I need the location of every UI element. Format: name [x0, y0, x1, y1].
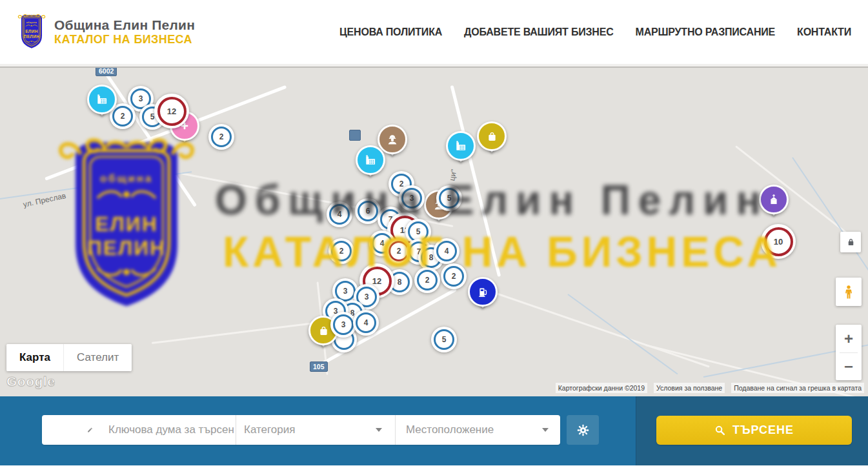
- cluster-count: 5: [442, 335, 447, 344]
- cluster-count: 5: [416, 227, 421, 236]
- cluster-count: 3: [139, 94, 143, 103]
- location-select[interactable]: Местоположение: [396, 415, 560, 445]
- church-icon: [759, 185, 789, 214]
- pegman-icon: [842, 284, 856, 300]
- cluster-ring: 2: [443, 266, 464, 287]
- cluster-count: 10: [774, 237, 783, 247]
- cluster-count: 6: [366, 207, 370, 216]
- factory-icon: [356, 145, 385, 175]
- cluster-count: 12: [167, 107, 176, 116]
- site-header: Община Елин Пелин КАТАЛОГ НА БИЗНЕСА ЦЕН…: [0, 0, 868, 66]
- cluster-ring: 3: [401, 188, 422, 209]
- map-cluster-marker[interactable]: 12: [154, 94, 189, 128]
- cluster-count: 2: [399, 179, 404, 188]
- cluster-ring: 2: [331, 241, 352, 261]
- cluster-count: 4: [338, 210, 342, 219]
- cluster-count: 5: [447, 194, 452, 203]
- location-select-value: Местоположение: [406, 423, 494, 436]
- cluster-count: 2: [339, 247, 344, 256]
- map-cluster-marker[interactable]: 3: [330, 312, 356, 338]
- cluster-ring: 5: [434, 329, 454, 350]
- attribution-copyright: Картографски данни ©2019: [556, 383, 647, 393]
- factory-icon: [87, 85, 117, 114]
- worker-icon: [378, 125, 407, 154]
- nav-item-contacts[interactable]: КОНТАКТИ: [797, 26, 851, 38]
- chevron-down-icon: [376, 428, 382, 432]
- cluster-ring: 5: [439, 188, 459, 209]
- cluster-count: 3: [343, 287, 348, 296]
- category-select-value: Категория: [244, 423, 295, 436]
- pencil-icon: [87, 423, 93, 436]
- site-logo[interactable]: Община Елин Пелин КАТАЛОГ НА БИЗНЕСА: [17, 14, 195, 51]
- cluster-count: 3: [365, 292, 369, 301]
- map-cluster-marker[interactable]: 6: [355, 198, 381, 224]
- map-cluster-marker[interactable]: 2: [208, 124, 234, 150]
- map-cluster-marker[interactable]: 4: [353, 310, 379, 336]
- cluster-ring: 3: [333, 314, 354, 335]
- cluster-count: 2: [425, 276, 430, 285]
- google-logo[interactable]: Google: [6, 374, 55, 389]
- advanced-search-settings-button[interactable]: [567, 415, 599, 445]
- search-button[interactable]: ТЪРСЕНЕ: [656, 416, 852, 445]
- map-cluster-marker[interactable]: 3: [399, 185, 425, 211]
- cluster-count: 2: [397, 247, 401, 256]
- gear-icon: [576, 423, 590, 437]
- nav-item-add-business[interactable]: ДОБАВЕТЕ ВАШИЯТ БИЗНЕС: [464, 26, 613, 38]
- site-subtitle: КАТАЛОГ НА БИЗНЕСА: [54, 33, 195, 46]
- fuel-icon: [468, 277, 498, 307]
- map-cluster-marker[interactable]: 5: [436, 185, 462, 211]
- google-map[interactable]: 6002 105 ул. Преслав бул. „Новосел ци" 3…: [0, 66, 868, 396]
- cluster-count: 8: [429, 253, 434, 262]
- cluster-count: 4: [364, 318, 368, 327]
- cluster-count: 4: [445, 247, 449, 256]
- cluster-ring: 2: [112, 106, 133, 127]
- cluster-ring: 4: [329, 204, 350, 225]
- map-cluster-marker[interactable]: 2: [414, 267, 440, 293]
- zoom-in-button[interactable]: +: [836, 325, 862, 352]
- cluster-ring: 2: [211, 127, 232, 147]
- cluster-count: 4: [380, 239, 385, 248]
- map-cluster-marker[interactable]: 4: [327, 201, 352, 227]
- keyword-search-input[interactable]: [107, 423, 236, 437]
- attribution-terms-link[interactable]: Условия за ползване: [654, 383, 725, 393]
- map-attribution: Картографски данни ©2019 Условия за полз…: [556, 383, 864, 393]
- cluster-ring: 6: [358, 201, 378, 221]
- map-cluster-marker[interactable]: 2: [328, 238, 354, 264]
- main-nav: ЦЕНОВА ПОЛИТИКА ДОБАВЕТЕ ВАШИЯТ БИЗНЕС М…: [339, 26, 851, 38]
- map-type-control: Карта Сателит: [6, 344, 132, 371]
- keyword-field-section: [42, 415, 236, 445]
- attribution-report-link[interactable]: Подаване на сигнал за грешка в картата: [731, 383, 864, 393]
- search-fields: Категория Местоположение: [42, 415, 560, 445]
- lock-control-button[interactable]: [840, 232, 861, 252]
- cluster-ring: 4: [436, 241, 457, 261]
- cluster-ring: 10: [764, 227, 793, 256]
- cluster-ring: 12: [157, 97, 187, 126]
- map-cluster-marker[interactable]: 5: [431, 327, 457, 352]
- search-bar: Категория Местоположение: [0, 396, 868, 465]
- municipality-crest-icon: [17, 14, 46, 51]
- cluster-count: 8: [398, 278, 402, 287]
- search-button-label: ТЪРСЕНЕ: [732, 423, 794, 437]
- cluster-count: 2: [452, 272, 456, 281]
- zoom-control: + −: [836, 325, 862, 380]
- nav-item-pricing[interactable]: ЦЕНОВА ПОЛИТИКА: [339, 26, 442, 38]
- cluster-ring: 4: [356, 312, 376, 333]
- cluster-count: 3: [341, 320, 346, 329]
- bag-icon: [477, 121, 507, 151]
- zoom-out-button[interactable]: −: [836, 353, 862, 380]
- map-type-map-button[interactable]: Карта: [6, 344, 63, 371]
- factory-icon: [446, 131, 476, 161]
- map-type-satellite-button[interactable]: Сателит: [63, 344, 132, 371]
- lock-icon: [846, 238, 856, 247]
- search-icon: [714, 425, 725, 436]
- map-cluster-marker[interactable]: 10: [761, 224, 796, 259]
- chevron-down-icon: [542, 428, 549, 432]
- cluster-count: 2: [121, 112, 125, 121]
- map-cluster-marker[interactable]: 4: [434, 238, 459, 264]
- cluster-count: 12: [372, 276, 381, 286]
- nav-item-schedule[interactable]: МАРШРУТНО РАЗПИСАНИЕ: [636, 26, 776, 38]
- street-view-pegman-button[interactable]: [836, 278, 862, 306]
- cluster-count: 3: [410, 194, 414, 203]
- category-select[interactable]: Категория: [236, 415, 396, 445]
- map-cluster-marker[interactable]: 2: [441, 263, 467, 289]
